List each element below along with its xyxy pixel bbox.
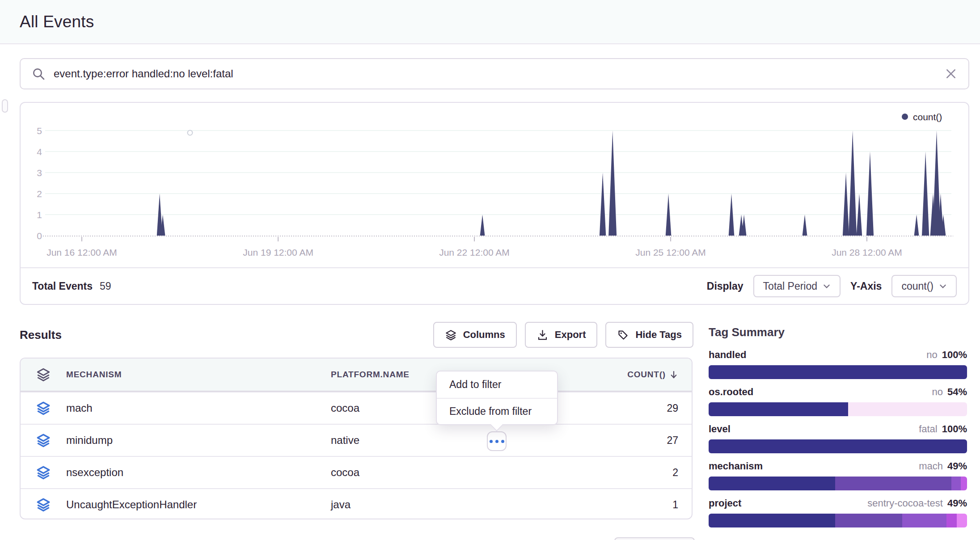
tag-percent: 100% <box>942 423 967 435</box>
tag-name: level <box>709 423 731 435</box>
cell-actions-button[interactable] <box>487 431 507 451</box>
page-header: All Events <box>0 0 980 44</box>
tag-name: project <box>709 498 741 509</box>
svg-text:Jun 22 12:00 AM: Jun 22 12:00 AM <box>439 247 510 257</box>
tag-percent: 100% <box>942 349 967 361</box>
tag-bar[interactable] <box>709 439 967 453</box>
svg-text:Jun 28 12:00 AM: Jun 28 12:00 AM <box>832 247 902 257</box>
cell-mechanism: minidump <box>66 434 331 447</box>
y-axis-label: Y-Axis <box>850 280 882 292</box>
tag-bar-segment <box>946 514 957 527</box>
tag-bar-segment <box>709 402 848 416</box>
export-button[interactable]: Export <box>525 322 598 348</box>
tag-percent: 49% <box>947 498 967 509</box>
cell-actions-menu: Add to filter Exclude from filter <box>436 371 558 425</box>
search-input[interactable] <box>54 68 944 80</box>
tag-bar[interactable] <box>709 477 967 490</box>
svg-text:4: 4 <box>37 147 42 157</box>
tag-top-value: mach <box>919 460 943 472</box>
tag-item: handled no 100% <box>709 349 967 379</box>
chevron-down-icon <box>823 282 831 290</box>
events-chart-svg: 012345Jun 16 12:00 AMJun 19 12:00 AMJun … <box>21 103 968 267</box>
tag-top-value: fatal <box>919 423 938 435</box>
cell-mechanism: mach <box>66 402 331 414</box>
cell-platform: java <box>331 498 580 511</box>
dot <box>490 440 493 443</box>
results-toolbar: Columns Export Hide Tags <box>433 322 693 348</box>
panel-resize-handle[interactable] <box>2 99 8 113</box>
sort-desc-icon <box>669 370 678 379</box>
pagination-partial[interactable] <box>614 537 695 540</box>
hide-tags-button[interactable]: Hide Tags <box>605 322 693 348</box>
table-row[interactable]: minidump native 27 <box>21 424 692 456</box>
chevron-down-icon <box>939 282 947 290</box>
results-header: Results Columns Export Hide Tags <box>20 320 693 350</box>
tag-bar-segment <box>835 477 951 490</box>
tag-bar-segment <box>835 514 902 527</box>
tag-bar-segment <box>709 365 967 379</box>
display-label: Display <box>707 280 743 292</box>
column-header-mechanism[interactable]: MECHANISM <box>66 370 331 380</box>
columns-button[interactable]: Columns <box>433 322 517 348</box>
menu-item-add-to-filter[interactable]: Add to filter <box>437 371 557 398</box>
tag-item: os.rooted no 54% <box>709 386 967 416</box>
tag-name: os.rooted <box>709 386 753 398</box>
total-events-value: 59 <box>100 280 111 292</box>
svg-text:Jun 16 12:00 AM: Jun 16 12:00 AM <box>46 247 117 257</box>
svg-text:count(): count() <box>913 112 942 122</box>
column-header-count[interactable]: COUNT() <box>627 370 692 380</box>
tag-percent: 54% <box>947 386 967 398</box>
cell-count: 27 <box>667 435 692 447</box>
tag-percent: 49% <box>947 460 967 472</box>
tag-summary: Tag Summary handled no 100% os.rooted no… <box>709 323 967 535</box>
results-table: MECHANISM PLATFORM.NAME COUNT() mach coc… <box>20 358 693 519</box>
tag-name: mechanism <box>709 460 763 472</box>
cell-count: 29 <box>667 402 692 414</box>
row-drilldown-icon[interactable] <box>36 401 51 416</box>
svg-text:3: 3 <box>37 168 42 178</box>
tag-bar[interactable] <box>709 402 967 416</box>
total-events: Total Events 59 <box>32 280 111 292</box>
search-bar[interactable] <box>20 58 969 89</box>
svg-text:2: 2 <box>37 189 42 199</box>
events-chart-card: 012345Jun 16 12:00 AMJun 19 12:00 AMJun … <box>20 102 969 305</box>
tag-top-value: no <box>932 386 942 398</box>
clear-search-icon[interactable] <box>944 67 958 80</box>
svg-text:1: 1 <box>37 210 42 220</box>
display-dropdown[interactable]: Total Period <box>753 275 841 297</box>
tag-bar-segment <box>951 477 960 490</box>
svg-text:Jun 25 12:00 AM: Jun 25 12:00 AM <box>635 247 706 257</box>
svg-text:Jun 19 12:00 AM: Jun 19 12:00 AM <box>243 247 313 257</box>
cell-platform: cocoa <box>331 466 580 479</box>
tag-name: handled <box>709 349 746 361</box>
table-row[interactable]: UncaughtExceptionHandler java 1 <box>21 488 692 519</box>
table-row[interactable]: nsexception cocoa 2 <box>21 456 692 488</box>
page-title: All Events <box>20 13 94 31</box>
download-icon <box>536 329 549 341</box>
tag-bar-segment <box>709 439 967 453</box>
tag-bar[interactable] <box>709 514 967 527</box>
all-events-page: All Events 012345Jun 16 12:00 AMJun 19 1… <box>0 0 980 540</box>
cell-mechanism: UncaughtExceptionHandler <box>66 498 331 511</box>
tag-bar-segment <box>709 514 835 527</box>
table-row[interactable]: mach cocoa 29 <box>21 392 692 424</box>
tag-item: project sentry-cocoa-test 49% <box>709 498 967 527</box>
tag-bar-segment <box>961 477 967 490</box>
total-events-label: Total Events <box>32 280 93 292</box>
tag-item: level fatal 100% <box>709 423 967 453</box>
cell-mechanism: nsexception <box>66 466 331 479</box>
results-title: Results <box>20 328 62 342</box>
table-header-row: MECHANISM PLATFORM.NAME COUNT() <box>21 359 692 392</box>
row-drilldown-icon[interactable] <box>36 433 51 448</box>
search-icon <box>31 67 46 81</box>
header-layers-icon <box>36 367 51 382</box>
layers-icon <box>445 329 457 341</box>
tag-bar[interactable] <box>709 365 967 379</box>
tag-top-value: no <box>926 349 937 361</box>
svg-text:5: 5 <box>37 126 42 136</box>
row-drilldown-icon[interactable] <box>36 465 51 480</box>
row-drilldown-icon[interactable] <box>36 497 51 512</box>
tag-summary-title: Tag Summary <box>709 325 967 339</box>
tag-item: mechanism mach 49% <box>709 460 967 490</box>
y-axis-dropdown[interactable]: count() <box>891 275 957 297</box>
